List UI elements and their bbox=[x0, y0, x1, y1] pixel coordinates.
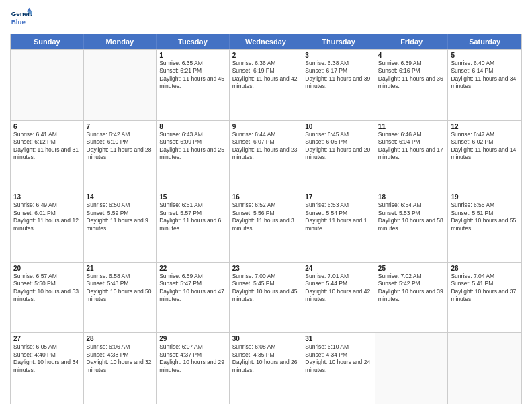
calendar-cell: 6Sunrise: 6:41 AM Sunset: 6:12 PM Daylig… bbox=[11, 121, 84, 191]
day-of-week-header: Wednesday bbox=[230, 34, 303, 49]
cell-info: Sunrise: 6:43 AM Sunset: 6:09 PM Dayligh… bbox=[159, 131, 226, 162]
day-number: 12 bbox=[451, 123, 519, 130]
day-of-week-header: Sunday bbox=[11, 34, 84, 49]
day-number: 13 bbox=[13, 193, 81, 201]
day-number: 18 bbox=[378, 193, 445, 201]
cell-info: Sunrise: 7:02 AM Sunset: 5:42 PM Dayligh… bbox=[378, 273, 445, 304]
calendar-row: 6Sunrise: 6:41 AM Sunset: 6:12 PM Daylig… bbox=[11, 120, 521, 191]
cell-info: Sunrise: 6:54 AM Sunset: 5:53 PM Dayligh… bbox=[378, 201, 445, 232]
day-number: 24 bbox=[305, 265, 372, 272]
cell-info: Sunrise: 6:45 AM Sunset: 6:05 PM Dayligh… bbox=[305, 131, 372, 162]
cell-info: Sunrise: 6:41 AM Sunset: 6:12 PM Dayligh… bbox=[13, 131, 81, 162]
calendar-cell: 19Sunrise: 6:55 AM Sunset: 5:51 PM Dayli… bbox=[448, 191, 521, 262]
day-number: 11 bbox=[378, 123, 445, 130]
cell-info: Sunrise: 6:46 AM Sunset: 6:04 PM Dayligh… bbox=[378, 131, 445, 162]
cell-info: Sunrise: 6:51 AM Sunset: 5:57 PM Dayligh… bbox=[159, 201, 226, 232]
logo: General Blue bbox=[10, 7, 32, 28]
day-number: 29 bbox=[159, 335, 226, 342]
day-number: 15 bbox=[159, 193, 226, 201]
cell-info: Sunrise: 6:39 AM Sunset: 6:16 PM Dayligh… bbox=[378, 60, 445, 91]
logo-icon: General Blue bbox=[10, 7, 32, 28]
calendar-cell bbox=[448, 333, 521, 404]
day-number: 25 bbox=[378, 265, 445, 272]
cell-info: Sunrise: 6:49 AM Sunset: 6:01 PM Dayligh… bbox=[13, 201, 81, 232]
cell-info: Sunrise: 6:55 AM Sunset: 5:51 PM Dayligh… bbox=[451, 201, 519, 232]
calendar-cell bbox=[84, 50, 157, 120]
day-number: 17 bbox=[305, 193, 372, 201]
page: General Blue SundayMondayTuesdayWednesda… bbox=[0, 0, 532, 411]
calendar-cell: 15Sunrise: 6:51 AM Sunset: 5:57 PM Dayli… bbox=[157, 191, 230, 262]
day-of-week-header: Thursday bbox=[302, 34, 375, 49]
day-number: 5 bbox=[451, 52, 519, 59]
cell-info: Sunrise: 6:47 AM Sunset: 6:02 PM Dayligh… bbox=[451, 131, 519, 162]
day-number: 21 bbox=[87, 265, 154, 272]
calendar-cell: 11Sunrise: 6:46 AM Sunset: 6:04 PM Dayli… bbox=[375, 121, 449, 191]
calendar-cell bbox=[11, 50, 84, 120]
day-number: 20 bbox=[13, 265, 81, 272]
calendar-row: 1Sunrise: 6:35 AM Sunset: 6:21 PM Daylig… bbox=[11, 49, 521, 120]
cell-info: Sunrise: 6:59 AM Sunset: 5:47 PM Dayligh… bbox=[159, 273, 226, 304]
day-number: 30 bbox=[232, 335, 300, 342]
calendar-cell: 7Sunrise: 6:42 AM Sunset: 6:10 PM Daylig… bbox=[84, 121, 157, 191]
calendar-cell: 23Sunrise: 7:00 AM Sunset: 5:45 PM Dayli… bbox=[230, 263, 303, 333]
day-number: 31 bbox=[305, 335, 372, 342]
day-number: 1 bbox=[159, 52, 226, 59]
calendar-cell: 13Sunrise: 6:49 AM Sunset: 6:01 PM Dayli… bbox=[11, 191, 84, 262]
cell-info: Sunrise: 6:08 AM Sunset: 4:35 PM Dayligh… bbox=[232, 343, 300, 374]
cell-info: Sunrise: 6:53 AM Sunset: 5:54 PM Dayligh… bbox=[305, 201, 372, 232]
cell-info: Sunrise: 6:38 AM Sunset: 6:17 PM Dayligh… bbox=[305, 60, 372, 91]
cell-info: Sunrise: 7:00 AM Sunset: 5:45 PM Dayligh… bbox=[232, 273, 300, 304]
calendar-cell: 24Sunrise: 7:01 AM Sunset: 5:44 PM Dayli… bbox=[302, 263, 375, 333]
calendar-cell: 25Sunrise: 7:02 AM Sunset: 5:42 PM Dayli… bbox=[375, 263, 449, 333]
day-number: 4 bbox=[378, 52, 445, 59]
calendar-row: 13Sunrise: 6:49 AM Sunset: 6:01 PM Dayli… bbox=[11, 191, 521, 262]
day-number: 7 bbox=[87, 123, 154, 130]
cell-info: Sunrise: 6:36 AM Sunset: 6:19 PM Dayligh… bbox=[232, 60, 300, 91]
cell-info: Sunrise: 6:44 AM Sunset: 6:07 PM Dayligh… bbox=[232, 131, 300, 162]
cell-info: Sunrise: 6:35 AM Sunset: 6:21 PM Dayligh… bbox=[159, 60, 226, 91]
calendar-cell: 9Sunrise: 6:44 AM Sunset: 6:07 PM Daylig… bbox=[230, 121, 303, 191]
calendar-cell: 4Sunrise: 6:39 AM Sunset: 6:16 PM Daylig… bbox=[375, 50, 449, 120]
calendar-cell: 5Sunrise: 6:40 AM Sunset: 6:14 PM Daylig… bbox=[448, 50, 521, 120]
cell-info: Sunrise: 6:06 AM Sunset: 4:38 PM Dayligh… bbox=[87, 343, 154, 374]
calendar-cell: 12Sunrise: 6:47 AM Sunset: 6:02 PM Dayli… bbox=[448, 121, 521, 191]
calendar-cell: 2Sunrise: 6:36 AM Sunset: 6:19 PM Daylig… bbox=[230, 50, 303, 120]
day-number: 23 bbox=[232, 265, 300, 272]
calendar-cell: 21Sunrise: 6:58 AM Sunset: 5:48 PM Dayli… bbox=[84, 263, 157, 333]
calendar-cell: 8Sunrise: 6:43 AM Sunset: 6:09 PM Daylig… bbox=[157, 121, 230, 191]
day-of-week-header: Tuesday bbox=[157, 34, 230, 49]
calendar-cell: 28Sunrise: 6:06 AM Sunset: 4:38 PM Dayli… bbox=[84, 333, 157, 404]
calendar-cell: 26Sunrise: 7:04 AM Sunset: 5:41 PM Dayli… bbox=[448, 263, 521, 333]
cell-info: Sunrise: 6:50 AM Sunset: 5:59 PM Dayligh… bbox=[87, 201, 154, 232]
cell-info: Sunrise: 6:42 AM Sunset: 6:10 PM Dayligh… bbox=[87, 131, 154, 162]
cell-info: Sunrise: 6:05 AM Sunset: 4:40 PM Dayligh… bbox=[13, 343, 81, 374]
calendar-cell: 14Sunrise: 6:50 AM Sunset: 5:59 PM Dayli… bbox=[84, 191, 157, 262]
calendar-cell: 1Sunrise: 6:35 AM Sunset: 6:21 PM Daylig… bbox=[157, 50, 230, 120]
calendar-cell: 18Sunrise: 6:54 AM Sunset: 5:53 PM Dayli… bbox=[375, 191, 449, 262]
cell-info: Sunrise: 6:40 AM Sunset: 6:14 PM Dayligh… bbox=[451, 60, 519, 91]
day-number: 6 bbox=[13, 123, 81, 130]
day-number: 8 bbox=[159, 123, 226, 130]
svg-text:Blue: Blue bbox=[11, 18, 26, 26]
calendar-cell: 31Sunrise: 6:10 AM Sunset: 4:34 PM Dayli… bbox=[302, 333, 375, 404]
day-number: 28 bbox=[87, 335, 154, 342]
cell-info: Sunrise: 6:10 AM Sunset: 4:34 PM Dayligh… bbox=[305, 343, 372, 374]
cell-info: Sunrise: 6:58 AM Sunset: 5:48 PM Dayligh… bbox=[87, 273, 154, 304]
header: General Blue bbox=[10, 7, 522, 28]
calendar-body: 1Sunrise: 6:35 AM Sunset: 6:21 PM Daylig… bbox=[11, 49, 521, 404]
cell-info: Sunrise: 6:52 AM Sunset: 5:56 PM Dayligh… bbox=[232, 201, 300, 232]
calendar-cell: 17Sunrise: 6:53 AM Sunset: 5:54 PM Dayli… bbox=[302, 191, 375, 262]
calendar-header: SundayMondayTuesdayWednesdayThursdayFrid… bbox=[11, 34, 521, 49]
calendar-cell: 27Sunrise: 6:05 AM Sunset: 4:40 PM Dayli… bbox=[11, 333, 84, 404]
calendar-cell: 30Sunrise: 6:08 AM Sunset: 4:35 PM Dayli… bbox=[230, 333, 303, 404]
calendar-cell: 3Sunrise: 6:38 AM Sunset: 6:17 PM Daylig… bbox=[302, 50, 375, 120]
day-of-week-header: Monday bbox=[84, 34, 157, 49]
calendar-cell: 29Sunrise: 6:07 AM Sunset: 4:37 PM Dayli… bbox=[157, 333, 230, 404]
calendar-cell: 16Sunrise: 6:52 AM Sunset: 5:56 PM Dayli… bbox=[230, 191, 303, 262]
day-number: 2 bbox=[232, 52, 300, 59]
cell-info: Sunrise: 7:01 AM Sunset: 5:44 PM Dayligh… bbox=[305, 273, 372, 304]
day-number: 19 bbox=[451, 193, 519, 201]
day-number: 3 bbox=[305, 52, 372, 59]
calendar-cell bbox=[375, 333, 449, 404]
calendar-row: 20Sunrise: 6:57 AM Sunset: 5:50 PM Dayli… bbox=[11, 262, 521, 333]
